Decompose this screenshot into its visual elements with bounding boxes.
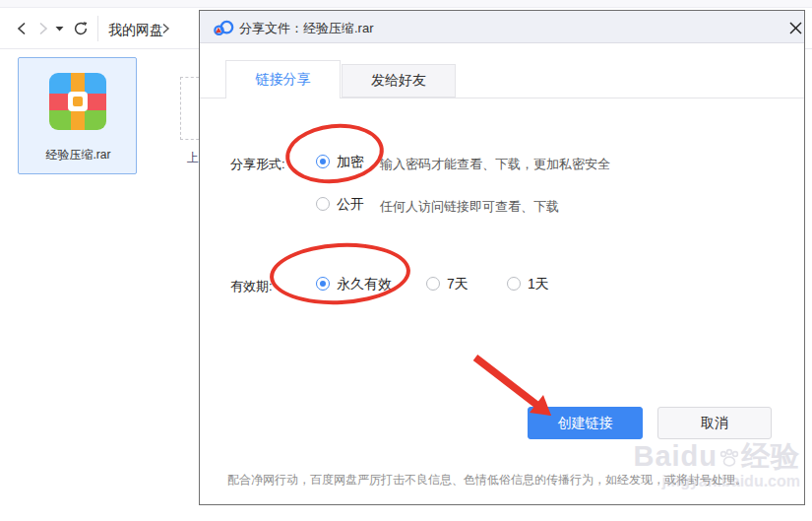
radio-1-day-label[interactable]: 1天 (528, 276, 549, 293)
refresh-icon (73, 21, 89, 36)
chevron-left-icon (16, 22, 28, 35)
radio-encrypted[interactable] (316, 155, 330, 168)
share-dialog: 分享文件：经验压缩.rar 链接分享 发给好友 分享形式: 加密 输入密码才能查… (199, 10, 805, 505)
breadcrumb-chevron-icon (160, 21, 170, 38)
close-button[interactable] (786, 19, 804, 36)
watermark-suffix: 经验 (741, 440, 800, 472)
radio-permanent-label[interactable]: 永久有效 (337, 276, 392, 293)
share-type-label: 分享形式: (230, 156, 285, 173)
close-icon (789, 22, 802, 34)
radio-7-days[interactable] (426, 277, 440, 291)
file-name-label: 经验压缩.rar (19, 147, 138, 163)
netdisk-logo-icon (213, 19, 234, 40)
cancel-button[interactable]: 取消 (657, 407, 772, 439)
dialog-title: 分享文件：经验压缩.rar (239, 20, 374, 37)
breadcrumb[interactable]: 我的网盘 (108, 22, 163, 39)
refresh-button[interactable] (69, 17, 93, 40)
radio-permanent[interactable] (316, 277, 330, 291)
caret-down-icon (55, 26, 64, 32)
public-description: 任何人访问链接即可查看、下载 (380, 198, 559, 216)
footer-notice: 配合净网行动，百度网盘严厉打击不良信息、色情低俗信息的传播行为，如经发现，或将封… (227, 472, 779, 488)
create-link-button[interactable]: 创建链接 (528, 407, 643, 439)
radio-7-days-label[interactable]: 7天 (447, 276, 468, 293)
radio-public-label[interactable]: 公开 (337, 196, 364, 214)
tab-send-to-friend[interactable]: 发给好友 (342, 64, 456, 98)
chevron-right-icon (37, 22, 49, 35)
watermark-brand: Baidu (633, 440, 718, 472)
rar-icon-buckle-center (73, 97, 83, 106)
toolbar-divider (97, 16, 98, 41)
back-button[interactable] (10, 17, 33, 40)
validity-label: 有效期: (230, 278, 273, 295)
dialog-header: 分享文件：经验压缩.rar (200, 11, 804, 43)
rar-file-icon (49, 73, 106, 130)
file-card-selected[interactable]: 经验压缩.rar (18, 57, 137, 174)
radio-1-day[interactable] (507, 277, 521, 291)
encrypted-description: 输入密码才能查看、下载，更加私密安全 (380, 156, 610, 173)
paw-icon (718, 447, 741, 469)
history-dropdown-button[interactable] (51, 17, 67, 40)
window-top-strip (0, 0, 812, 8)
radio-public[interactable] (316, 197, 330, 211)
upload-placeholder-label: 上 (187, 150, 199, 166)
radio-encrypted-label[interactable]: 加密 (337, 154, 364, 171)
tab-link-share[interactable]: 链接分享 (225, 60, 341, 98)
